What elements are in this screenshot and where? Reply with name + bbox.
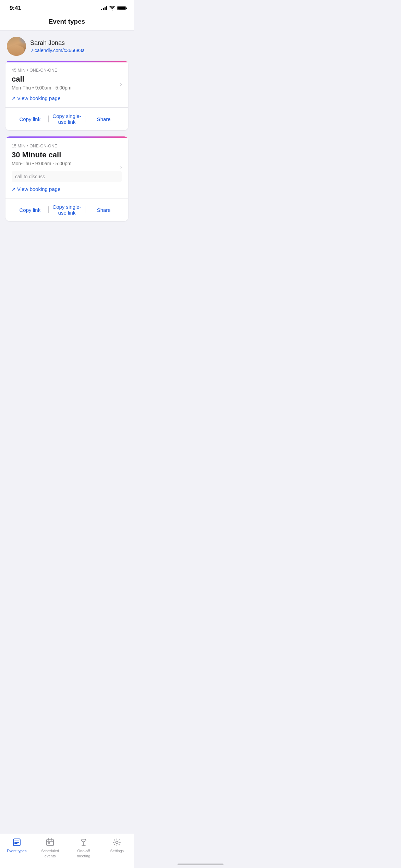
card-actions-2: Copy link Copy single-use link Share [5,198,128,221]
card-meta-1: 45 MIN • ONE-ON-ONE [12,68,122,73]
content-area: Sarah Jonas ↗ calendly.com/c3666e3a 45 M… [0,31,134,262]
wifi-icon [109,6,115,11]
card-title-1: call [12,75,122,84]
status-bar: 9:41 [0,0,134,14]
page-title: Event types [49,18,85,25]
user-profile-section: Sarah Jonas ↗ calendly.com/c3666e3a [0,31,134,61]
share-button-1[interactable]: Share [85,116,122,123]
card-actions-1: Copy link Copy single-use link Share [5,108,128,130]
copy-link-button-2[interactable]: Copy link [12,206,48,214]
user-url[interactable]: ↗ calendly.com/c3666e3a [30,48,127,53]
copy-single-use-link-button-1[interactable]: Copy single-use link [49,112,85,125]
view-booking-arrow-icon-2: ↗ [12,186,16,192]
chevron-right-icon-1: › [120,81,122,88]
card-description-2: call to discuss [12,171,122,182]
user-name: Sarah Jonas [30,39,127,47]
status-time: 9:41 [10,5,21,12]
copy-single-use-link-button-2[interactable]: Copy single-use link [49,203,85,216]
link-arrow-icon: ↗ [30,48,34,53]
user-info: Sarah Jonas ↗ calendly.com/c3666e3a [30,39,127,53]
card-title-2: 30 Minute call [12,150,122,159]
card-schedule-2: Mon-Thu • 9:00am - 5:00pm [12,161,122,166]
card-body-2[interactable]: 15 MIN • ONE-ON-ONE 30 Minute call Mon-T… [5,138,128,198]
card-body-1[interactable]: 45 MIN • ONE-ON-ONE call Mon-Thu • 9:00a… [5,62,128,107]
chevron-right-icon-2: › [120,164,122,171]
battery-icon [117,6,127,10]
view-booking-link-2[interactable]: ↗ View booking page [12,186,122,192]
card-meta-2: 15 MIN • ONE-ON-ONE [12,144,122,148]
view-booking-arrow-icon: ↗ [12,96,16,101]
signal-icon [101,6,107,10]
status-icons [101,6,127,11]
event-card-1: 45 MIN • ONE-ON-ONE call Mon-Thu • 9:00a… [5,61,128,130]
share-button-2[interactable]: Share [85,206,122,214]
view-booking-link-1[interactable]: ↗ View booking page [12,95,122,101]
event-cards-container: 45 MIN • ONE-ON-ONE call Mon-Thu • 9:00a… [0,61,134,227]
card-schedule-1: Mon-Thu • 9:00am - 5:00pm [12,85,122,91]
event-card-2: 15 MIN • ONE-ON-ONE 30 Minute call Mon-T… [5,136,128,221]
avatar [7,37,26,56]
copy-link-button-1[interactable]: Copy link [12,116,48,123]
page-header: Event types [0,14,134,31]
